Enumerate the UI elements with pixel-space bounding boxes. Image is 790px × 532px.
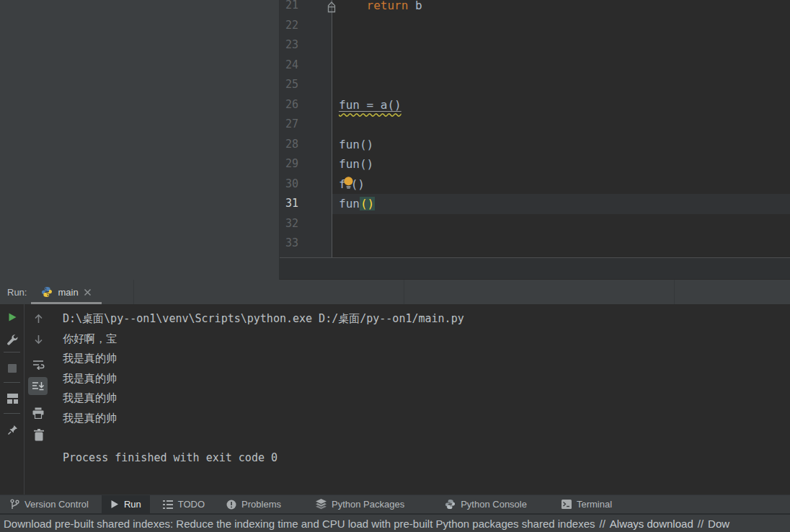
line-number: 25: [280, 75, 332, 95]
code-token: fun(): [339, 138, 373, 151]
editor-bottom-band: [280, 258, 790, 279]
run-play-icon: [110, 500, 119, 509]
toolwindow-bar: Version Control Run TODO Problems Python…: [0, 495, 790, 513]
todo-list-icon: [163, 500, 173, 509]
run-tab-main[interactable]: main: [31, 280, 101, 304]
editor-zone: 21 return b 22 23 24: [280, 0, 790, 280]
git-branch-icon: [10, 499, 19, 510]
run-label: Run:: [7, 287, 27, 298]
code-text[interactable]: fun(): [332, 194, 790, 214]
pin-icon[interactable]: [4, 422, 20, 438]
code-line: 25: [280, 75, 790, 95]
toolwindow-label: Python Console: [461, 499, 527, 510]
code-line: 21 return b: [280, 0, 790, 16]
toolwindow-todo[interactable]: TODO: [154, 495, 213, 513]
toolwindow-python-console[interactable]: Python Console: [436, 495, 536, 513]
code-token-keyword: return: [367, 0, 409, 12]
code-token: fun: [339, 197, 360, 210]
code-text[interactable]: return b: [332, 0, 790, 16]
console-line: 我是真的帅: [63, 389, 790, 409]
toolwindow-python-packages[interactable]: Python Packages: [307, 495, 413, 513]
header-divider: [133, 280, 134, 304]
code-text[interactable]: [332, 234, 790, 254]
status-message: Download pre-built shared indexes: Reduc…: [4, 518, 595, 530]
line-number: 22: [280, 16, 332, 36]
console-line: D:\桌面\py--on1\venv\Scripts\python.exe D:…: [63, 309, 790, 329]
print-icon[interactable]: [30, 405, 46, 421]
line-number: 28: [280, 135, 332, 155]
toolwindow-problems[interactable]: Problems: [218, 495, 290, 513]
console-line: 我是真的帅: [63, 349, 790, 369]
toolwindow-label: Run: [124, 499, 141, 510]
problems-icon: [226, 500, 236, 510]
code-line-current: 31 fun(): [280, 194, 790, 214]
status-separator: //: [698, 518, 704, 530]
console-line: [63, 429, 790, 449]
code-editor[interactable]: 21 return b 22 23 24: [280, 0, 790, 258]
line-number: 31: [280, 194, 332, 214]
line-number: 21: [280, 0, 332, 16]
soft-wrap-icon[interactable]: [30, 356, 46, 372]
status-separator: //: [599, 518, 605, 530]
line-number: 24: [280, 56, 332, 76]
intention-bulb-icon[interactable]: [344, 175, 353, 195]
header-divider: [674, 280, 675, 304]
console-line: Process finished with exit code 0: [63, 448, 790, 469]
code-text[interactable]: [332, 56, 790, 76]
line-number: 32: [280, 214, 332, 234]
code-text[interactable]: [332, 115, 790, 135]
scroll-to-end-icon[interactable]: [30, 378, 46, 394]
line-number: 29: [280, 154, 332, 174]
line-number: 30: [280, 174, 332, 195]
run-toolwindow-body: D:\桌面\py--on1\venv\Scripts\python.exe D:…: [0, 304, 790, 495]
up-stack-trace-icon[interactable]: [30, 311, 46, 327]
code-token: [339, 0, 367, 12]
code-text[interactable]: fun = a(): [332, 95, 790, 115]
python-console-icon: [445, 499, 456, 510]
wrench-icon[interactable]: [4, 332, 20, 347]
toolwindow-label: Terminal: [577, 499, 612, 510]
toolwindow-terminal[interactable]: Terminal: [553, 495, 621, 513]
python-logo-icon: [41, 286, 53, 298]
code-text[interactable]: fun(): [332, 135, 790, 155]
terminal-icon: [562, 500, 572, 509]
toolwindow-label: Problems: [241, 499, 281, 510]
code-text[interactable]: [332, 214, 790, 234]
toolwindow-label: Python Packages: [332, 499, 404, 510]
stop-button[interactable]: [4, 360, 20, 376]
rerun-button[interactable]: [4, 309, 20, 325]
always-download-link[interactable]: Always download: [610, 518, 693, 530]
code-line: 32: [280, 214, 790, 234]
run-console-output[interactable]: D:\桌面\py--on1\venv\Scripts\python.exe D:…: [52, 304, 790, 495]
console-line: 你好啊，宝: [63, 329, 790, 350]
run-tab-title: main: [58, 287, 78, 298]
code-line: 22: [280, 16, 790, 36]
clear-all-trash-icon[interactable]: [31, 427, 47, 443]
code-line: 27: [280, 115, 790, 135]
code-text[interactable]: [332, 16, 790, 36]
packages-layers-icon: [316, 499, 327, 510]
code-line: 29 fun(): [280, 154, 790, 174]
code-line: 33: [280, 234, 790, 254]
code-token: b: [408, 0, 422, 12]
toolwindow-version-control[interactable]: Version Control: [1, 495, 97, 513]
code-text[interactable]: fun(): [332, 154, 790, 174]
down-stack-trace-icon[interactable]: [30, 332, 46, 347]
header-divider: [404, 280, 404, 304]
line-number: 23: [280, 35, 332, 56]
code-text[interactable]: [332, 35, 790, 56]
toolwindow-label: TODO: [178, 499, 205, 510]
code-line: 23: [280, 35, 790, 56]
restore-layout-icon[interactable]: [4, 391, 20, 407]
top-area: 21 return b 22 23 24: [0, 0, 790, 280]
console-toolbar: [25, 304, 52, 495]
code-line: 26 fun = a(): [280, 95, 790, 115]
fold-region-marker-icon[interactable]: [326, 1, 337, 16]
download-once-link-truncated[interactable]: Dow: [708, 518, 729, 530]
code-text[interactable]: f(): [332, 174, 790, 195]
close-icon[interactable]: [84, 288, 92, 296]
code-text[interactable]: [332, 75, 790, 95]
console-line: 我是真的帅: [63, 369, 790, 389]
toolwindow-run[interactable]: Run: [102, 495, 150, 513]
code-line: 30 f(): [280, 174, 790, 195]
